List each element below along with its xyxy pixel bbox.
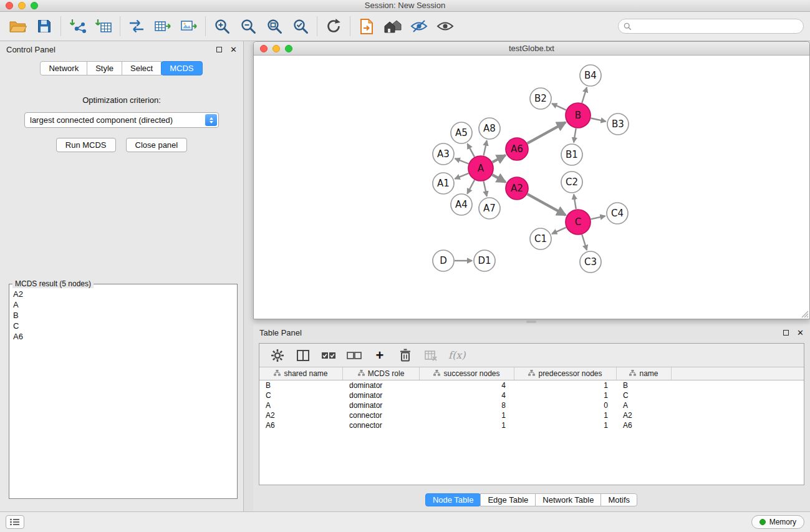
- open-file-button[interactable]: [5, 13, 31, 39]
- network-canvas[interactable]: B4B2B3A5A8B1A3C2A1A4A7C4C1C3DD1BA6AA2C: [254, 56, 809, 319]
- add-column-button[interactable]: +: [372, 347, 388, 364]
- list-item[interactable]: A: [9, 299, 237, 310]
- column-header-shared-name[interactable]: shared name: [259, 367, 343, 380]
- node-label-D: D: [440, 255, 447, 266]
- edge-C-C3[interactable]: [582, 235, 587, 250]
- close-window-button[interactable]: [6, 2, 13, 9]
- edge-A-A3[interactable]: [455, 158, 469, 163]
- edge-C-C4[interactable]: [591, 216, 605, 219]
- edge-B-B2[interactable]: [552, 104, 566, 110]
- import-table-button[interactable]: [90, 13, 117, 39]
- export-network-button[interactable]: [123, 13, 150, 39]
- cell: 4: [420, 390, 514, 400]
- edge-A-A6[interactable]: [493, 155, 506, 162]
- main-toolbar: [0, 12, 810, 41]
- edge-B-B3[interactable]: [591, 118, 606, 122]
- edge-A-A5[interactable]: [468, 144, 475, 157]
- memory-button[interactable]: Memory: [751, 515, 804, 529]
- tab-mcds[interactable]: MCDS: [161, 61, 202, 75]
- table-row[interactable]: A6connector11A6: [259, 420, 804, 430]
- tab-node-table[interactable]: Node Table: [425, 493, 481, 506]
- export-table-button[interactable]: [150, 13, 176, 39]
- zoom-window-button[interactable]: [31, 2, 38, 9]
- edge-A-A4[interactable]: [467, 180, 475, 194]
- refresh-layout-button[interactable]: [321, 13, 347, 39]
- divider-handle[interactable]: [526, 321, 536, 323]
- select-all-rows-button[interactable]: [321, 347, 337, 364]
- table-row[interactable]: Adominator80A: [259, 400, 804, 410]
- tab-edge-table[interactable]: Edge Table: [480, 493, 536, 506]
- list-item[interactable]: B: [9, 310, 237, 321]
- gear-icon: [271, 349, 284, 362]
- export-image-button[interactable]: [176, 13, 202, 39]
- float-panel-icon[interactable]: [216, 47, 222, 52]
- minimize-window-button[interactable]: [18, 2, 26, 9]
- edge-A2-C[interactable]: [528, 194, 566, 215]
- search-field[interactable]: [618, 19, 804, 34]
- tab-style[interactable]: Style: [87, 61, 122, 75]
- table-row[interactable]: Cdominator41C: [259, 390, 804, 400]
- table-toolbar: +: [259, 344, 804, 367]
- save-session-button[interactable]: [31, 13, 57, 39]
- float-panel-icon[interactable]: [783, 330, 789, 336]
- edge-B-B4[interactable]: [582, 87, 587, 103]
- network-view-window: testGlobe.txt B4B2B3A5A8B1A3C2A1A4A7C4C1…: [253, 41, 810, 319]
- criterion-select[interactable]: largest connected component (directed): [24, 112, 219, 128]
- home-view-button[interactable]: [380, 13, 406, 39]
- close-panel-icon[interactable]: ✕: [797, 329, 804, 337]
- open-session-file-button[interactable]: [354, 13, 380, 39]
- column-header-name[interactable]: name: [617, 367, 672, 380]
- delete-column-button[interactable]: [397, 347, 413, 364]
- column-header-mcds-role[interactable]: MCDS role: [343, 367, 420, 380]
- edge-A6-B[interactable]: [528, 122, 566, 143]
- table-settings-button[interactable]: [269, 347, 286, 364]
- cell: 1: [420, 420, 514, 430]
- toggle-columns-button[interactable]: [295, 347, 311, 364]
- function-builder-button[interactable]: f(x): [448, 347, 465, 364]
- cell: C: [617, 390, 672, 400]
- edge-A-A2[interactable]: [492, 175, 505, 182]
- search-input[interactable]: [635, 20, 803, 32]
- trash-icon: [398, 348, 412, 362]
- list-item[interactable]: A2: [9, 289, 237, 299]
- table-row[interactable]: A2connector11A2: [259, 410, 804, 420]
- close-panel-icon[interactable]: ✕: [230, 46, 237, 54]
- node-label-A4: A4: [455, 199, 468, 210]
- application-window: Session: New Session: [0, 0, 810, 532]
- close-network-window-button[interactable]: [260, 45, 268, 52]
- zoom-network-window-button[interactable]: [285, 45, 292, 52]
- network-graph[interactable]: B4B2B3A5A8B1A3C2A1A4A7C4C1C3DD1BA6AA2C: [254, 56, 809, 319]
- column-type-icon: [274, 369, 281, 378]
- edge-A-A1[interactable]: [455, 173, 469, 179]
- tab-select[interactable]: Select: [122, 61, 162, 75]
- edge-A-A7[interactable]: [484, 181, 487, 196]
- close-panel-button[interactable]: Close panel: [126, 138, 188, 152]
- task-history-button[interactable]: [6, 515, 24, 529]
- graphics-details-button[interactable]: [406, 13, 432, 39]
- edge-C-C1[interactable]: [552, 228, 566, 234]
- import-network-button[interactable]: [64, 13, 90, 39]
- delete-table-button[interactable]: [423, 347, 439, 364]
- edge-C-C2[interactable]: [574, 195, 576, 210]
- run-mcds-button[interactable]: Run MCDS: [56, 138, 116, 152]
- list-item[interactable]: A6: [9, 331, 237, 342]
- column-header-successor-nodes[interactable]: successor nodes: [420, 367, 514, 380]
- list-item[interactable]: C: [9, 321, 237, 331]
- mcds-result-list: A2ABCA6: [9, 284, 237, 342]
- column-header-predecessor-nodes[interactable]: predecessor nodes: [514, 367, 617, 380]
- tab-network[interactable]: Network: [40, 61, 87, 75]
- zoom-selected-button[interactable]: [287, 13, 314, 39]
- edge-B-B1[interactable]: [574, 128, 576, 143]
- resize-grip[interactable]: [801, 310, 809, 318]
- table-row[interactable]: Bdominator41B: [259, 380, 804, 390]
- tab-motifs[interactable]: Motifs: [600, 493, 637, 506]
- cell: dominator: [343, 380, 420, 390]
- edge-A-A8[interactable]: [484, 141, 487, 156]
- deselect-all-rows-button[interactable]: [346, 347, 362, 364]
- zoom-in-button[interactable]: [209, 13, 235, 39]
- birds-eye-view-button[interactable]: [432, 13, 458, 39]
- zoom-fit-button[interactable]: [261, 13, 287, 39]
- tab-network-table[interactable]: Network Table: [535, 493, 601, 506]
- zoom-out-button[interactable]: [235, 13, 261, 39]
- minimize-network-window-button[interactable]: [272, 45, 280, 52]
